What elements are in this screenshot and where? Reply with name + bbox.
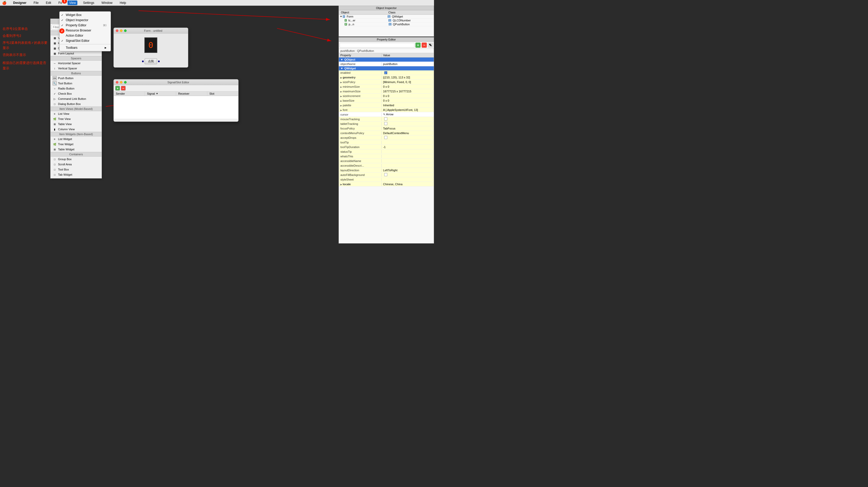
prop-row-enabled[interactable]: enabled bbox=[339, 70, 434, 75]
prop-row-tooltipduration[interactable]: toolTipDuration -1 bbox=[339, 145, 434, 149]
apple-menu-icon[interactable]: 🍎 bbox=[2, 1, 6, 5]
prop-remove-button[interactable]: − bbox=[422, 42, 427, 48]
widget-item-dialog-button-box[interactable]: □ Dialog Button Box bbox=[51, 101, 102, 106]
widget-item-list-view[interactable]: ≡ List View bbox=[51, 111, 102, 116]
widget-item-label: List View bbox=[58, 112, 69, 115]
prop-row-accessibledescri[interactable]: accessibleDescri... bbox=[339, 163, 434, 168]
ss-tl-red[interactable] bbox=[116, 81, 118, 84]
prop-row-acceptdrops[interactable]: acceptDrops bbox=[339, 135, 434, 140]
prop-row-focuspolicy[interactable]: focusPolicy TabFocus bbox=[339, 126, 434, 131]
traffic-light-close[interactable] bbox=[116, 29, 118, 32]
push-button[interactable]: 点我 bbox=[145, 58, 157, 64]
prop-row-whatsthis[interactable]: whatsThis bbox=[339, 154, 434, 159]
menubar-settings[interactable]: Settings bbox=[82, 1, 96, 5]
widget-item-table-widget[interactable]: ⊞ Table Widget bbox=[51, 147, 102, 152]
ss-body bbox=[114, 96, 238, 119]
widget-item-command-link-button[interactable]: ▷ Command Link Button bbox=[51, 96, 102, 101]
prop-row-autofillbackground[interactable]: autoFillBackground bbox=[339, 173, 434, 177]
tab-widget-icon: □ bbox=[53, 173, 57, 177]
widget-item-tree-widget[interactable]: 🌿 Tree Widget bbox=[51, 142, 102, 147]
prop-row-statustip[interactable]: statusTip bbox=[339, 149, 434, 154]
btn-class-icon: P bbox=[344, 23, 347, 26]
prop-row-layoutdirection[interactable]: layoutDirection LeftToRight bbox=[339, 168, 434, 173]
prop-row-basesize[interactable]: ▶baseSize 0 x 0 bbox=[339, 98, 434, 103]
prop-row-sizeincrement[interactable]: ▶sizeIncrement 0 x 0 bbox=[339, 94, 434, 98]
menubar-window[interactable]: Window bbox=[100, 1, 114, 5]
section-containers: Containers bbox=[51, 152, 102, 157]
prop-name-basesize: ▶baseSize bbox=[339, 99, 382, 102]
widget-item-push-button[interactable]: OK Push Button bbox=[51, 75, 102, 81]
prop-val-acceptdrops bbox=[382, 136, 434, 140]
menubar-fo[interactable]: Fo 1 bbox=[57, 1, 63, 5]
widget-item-tool-button[interactable]: 🔧 Tool Button bbox=[51, 81, 102, 86]
inspector-row-lcdnumber[interactable]: L lc...er Q QLCDNumber bbox=[343, 19, 434, 23]
widget-item-column-view[interactable]: ▮ Column View bbox=[51, 127, 102, 132]
btn-object-name: p...n bbox=[348, 23, 389, 26]
prop-row-mousetracking[interactable]: mouseTracking bbox=[339, 117, 434, 121]
ss-remove-button[interactable]: − bbox=[121, 86, 126, 91]
menu-item-widget-box[interactable]: ✓ Widget Box bbox=[60, 12, 111, 18]
acceptdrops-checkbox[interactable] bbox=[384, 136, 387, 139]
menu-item-toolbars[interactable]: Toolbars bbox=[60, 45, 111, 50]
prop-val-tablettracking bbox=[382, 122, 434, 126]
prop-name-sizepolicy: ▶sizePolicy bbox=[339, 80, 382, 84]
prop-settings-button[interactable]: ✎ bbox=[428, 42, 433, 48]
widget-item-group-box[interactable]: □ Group Box bbox=[51, 157, 102, 162]
inspector-row-pushbutton[interactable]: P p...n Q QPushButton bbox=[343, 23, 434, 26]
form-content: 0 点我 bbox=[114, 33, 188, 67]
enabled-checkbox[interactable] bbox=[384, 71, 387, 74]
widget-item-label: Scroll Area bbox=[58, 163, 72, 166]
prop-row-tooltip[interactable]: toolTip bbox=[339, 140, 434, 145]
annotation-text-3: 序号2菜单列表前有✓的表示要显示 bbox=[3, 40, 49, 51]
widget-item-tab-widget[interactable]: □ Tab Widget bbox=[51, 172, 102, 177]
prop-row-accessiblename[interactable]: accessibleName bbox=[339, 159, 434, 163]
widget-item-tree-view[interactable]: 🌿 Tree View bbox=[51, 116, 102, 121]
prop-row-maximumsize[interactable]: ▶maximumSize 16777215 x 16777215 bbox=[339, 89, 434, 94]
prop-row-palette[interactable]: ▶palette Inherited bbox=[339, 103, 434, 108]
prop-add-button[interactable]: + bbox=[415, 42, 421, 48]
prop-row-locale[interactable]: ▶locale Chinese, China bbox=[339, 182, 434, 186]
menubar-file[interactable]: File bbox=[32, 1, 40, 5]
menubar-view[interactable]: View bbox=[68, 1, 78, 5]
prop-name-geometry: ▶geometry bbox=[339, 75, 382, 79]
prop-row-tablettracking[interactable]: tabletTracking bbox=[339, 121, 434, 126]
inspector-row-form[interactable]: ▼ F Form Q QWidget bbox=[339, 15, 434, 19]
mousetracking-checkbox[interactable] bbox=[384, 117, 387, 120]
tablettracking-checkbox[interactable] bbox=[384, 122, 387, 125]
widget-item-form-layout[interactable]: ▦ Form Layout bbox=[51, 51, 102, 56]
ss-add-button[interactable]: + bbox=[115, 86, 120, 91]
stacked-widget-icon: □ bbox=[53, 178, 57, 178]
prop-row-sizepolicy[interactable]: ▶sizePolicy [Minimum, Fixed, 0, 0] bbox=[339, 80, 434, 84]
menu-item-action-editor[interactable]: Action Editor bbox=[60, 33, 111, 38]
prop-row-cursor[interactable]: cursor ↖ Arrow bbox=[339, 112, 434, 117]
menu-item-object-inspector[interactable]: ✓ Object Inspector bbox=[60, 18, 111, 23]
autofillbackground-checkbox[interactable] bbox=[384, 173, 387, 176]
prop-row-objectname[interactable]: objectName pushButton bbox=[339, 62, 434, 66]
prop-name-font: ▶font bbox=[339, 108, 382, 112]
menu-item-property-editor[interactable]: ✓ Property Editor ⌘I bbox=[60, 23, 111, 28]
widget-item-vertical-spacer[interactable]: ↕ Vertical Spacer bbox=[51, 66, 102, 71]
menubar-help[interactable]: Help bbox=[118, 1, 128, 5]
prop-body: ▼ QObject objectName pushButton ▼ QWidge… bbox=[339, 58, 434, 243]
prop-row-stylesheet[interactable]: styleSheet bbox=[339, 177, 434, 182]
prop-row-minimumsize[interactable]: ▶minimumSize 0 x 0 bbox=[339, 84, 434, 89]
prop-row-geometry[interactable]: ▶geometry [(210, 120), 113 x 32] bbox=[339, 75, 434, 80]
widget-item-check-box[interactable]: ✓ Check Box bbox=[51, 91, 102, 96]
menu-item-resource-browser[interactable]: Resource Browser bbox=[60, 28, 111, 33]
widget-item-horizontal-spacer[interactable]: ↔ Horizontal Spacer bbox=[51, 61, 102, 66]
widget-item-table-view[interactable]: ⊞ Table View bbox=[51, 121, 102, 127]
prop-val-palette: Inherited bbox=[382, 103, 434, 107]
widget-item-label: Tree View bbox=[58, 117, 71, 120]
menu-item-signal-slot-editor[interactable]: ✓ Signal/Slot Editor bbox=[60, 38, 111, 43]
widget-item-list-widget[interactable]: ≡ List Widget bbox=[51, 136, 102, 142]
menubar-app-name[interactable]: Designer bbox=[11, 1, 28, 5]
widget-item-stacked-widget[interactable]: □ Stacked Widget bbox=[51, 177, 102, 178]
tree-arrow-form: ▼ bbox=[340, 15, 342, 18]
prop-filter-input[interactable] bbox=[340, 43, 414, 48]
prop-row-font[interactable]: ▶font A [.AppleSystemUIFont, 13] bbox=[339, 108, 434, 112]
prop-row-contextmenupolicy[interactable]: contextMenuPolicy DefaultContextMenu bbox=[339, 131, 434, 135]
widget-item-scroll-area[interactable]: □ Scroll Area bbox=[51, 162, 102, 167]
widget-item-tool-box[interactable]: □ Tool Box bbox=[51, 167, 102, 172]
widget-item-radio-button[interactable]: ○ Radio Button bbox=[51, 86, 102, 91]
menubar-edit[interactable]: Edit bbox=[44, 1, 53, 5]
